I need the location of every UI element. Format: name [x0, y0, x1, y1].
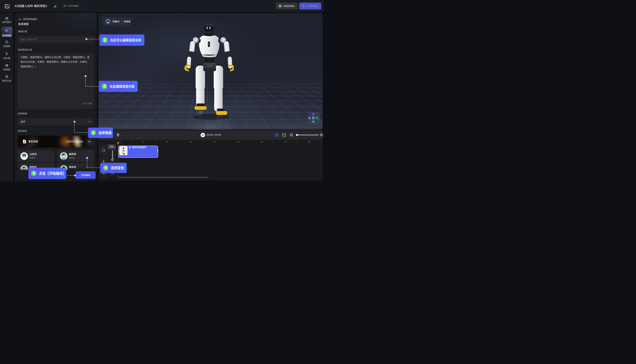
svg-text:Z: Z [313, 113, 314, 115]
svg-text:X: X [316, 117, 318, 119]
svg-text:Y: Y [313, 117, 314, 119]
